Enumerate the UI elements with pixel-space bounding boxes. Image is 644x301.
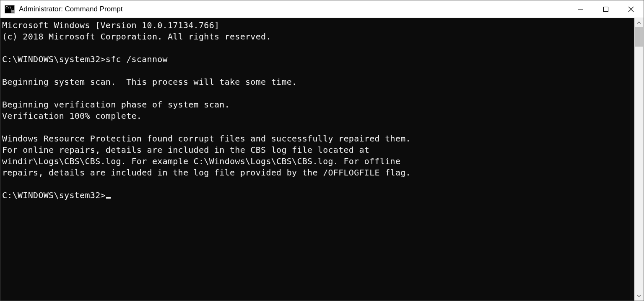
console-prompt: C:\WINDOWS\system32> [2,190,106,200]
text-cursor [106,197,111,199]
scrollbar-thumb[interactable] [635,27,643,47]
client-area: Microsoft Windows [Version 10.0.17134.76… [0,18,644,301]
minimize-button[interactable] [568,0,593,18]
svg-rect-1 [604,7,608,11]
scroll-up-button[interactable] [634,18,644,27]
close-button[interactable] [618,0,644,18]
window-controls [568,0,644,18]
window-title: Administrator: Command Prompt [19,5,123,13]
console-lines: Microsoft Windows [Version 10.0.17134.76… [2,20,411,178]
console-output[interactable]: Microsoft Windows [Version 10.0.17134.76… [0,18,634,301]
maximize-button[interactable] [593,0,618,18]
command-prompt-window: C:\. Administrator: Command Prompt Micro… [0,0,644,301]
scroll-down-button[interactable] [634,291,644,301]
titlebar[interactable]: C:\. Administrator: Command Prompt [0,0,644,18]
cmd-icon: C:\. [5,5,15,13]
vertical-scrollbar[interactable] [634,18,644,301]
